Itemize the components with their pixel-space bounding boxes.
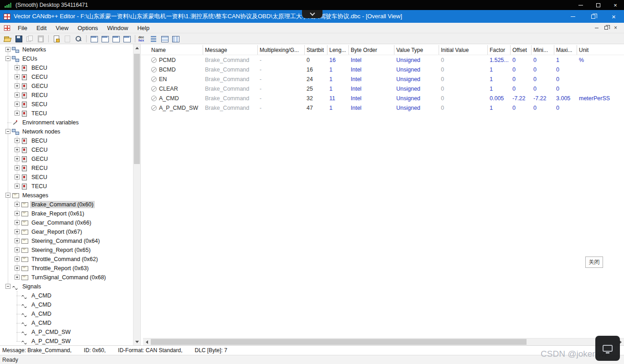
tree-item[interactable]: Networks — [0, 45, 133, 54]
tree-item[interactable]: A_P_CMD_SW — [0, 337, 133, 345]
mdi-restore-button[interactable] — [601, 24, 611, 32]
tree-item[interactable]: ECUs — [0, 54, 133, 63]
table-row[interactable]: PCMDBrake_Command-016IntelUnsigned01.525… — [141, 55, 624, 65]
tree-item[interactable]: TECU — [0, 109, 133, 118]
remote-maximize-button[interactable] — [589, 0, 607, 10]
tree-item[interactable]: Network nodes — [0, 127, 133, 136]
collapse-expander[interactable] — [5, 193, 10, 198]
tree-item[interactable]: Gear_Report (0x67) — [0, 227, 133, 236]
menu-options[interactable]: Options — [73, 23, 102, 33]
scroll-left-button[interactable] — [143, 338, 150, 345]
column-header-byte_order[interactable]: Byte Order — [349, 45, 394, 55]
tree-item[interactable]: Messages — [0, 191, 133, 200]
expand-expander[interactable] — [15, 147, 20, 152]
tree-vertical-scrollbar[interactable] — [133, 44, 140, 345]
remote-minimize-button[interactable] — [572, 0, 589, 10]
expand-expander[interactable] — [15, 83, 20, 88]
window-tile-vertical-button[interactable] — [170, 34, 181, 43]
tree-item[interactable]: CECU — [0, 145, 133, 154]
table-row[interactable]: BCMDBrake_Command-161IntelUnsigned01000 — [141, 65, 624, 74]
tree-item[interactable]: GECU — [0, 154, 133, 164]
tree-item[interactable]: BECU — [0, 136, 133, 145]
expand-expander[interactable] — [15, 111, 20, 116]
close-floating-button[interactable]: 关闭 — [585, 256, 603, 268]
app-restore-button[interactable] — [583, 10, 604, 23]
tree-item[interactable]: TurnSignal_Command (0x68) — [0, 273, 133, 282]
edit-object-button[interactable] — [62, 34, 73, 43]
paste-button[interactable] — [35, 34, 46, 43]
column-header-startbit[interactable]: Startbit — [305, 45, 327, 55]
menu-help[interactable]: Help — [133, 23, 154, 33]
scrollbar-thumb[interactable] — [134, 54, 140, 164]
scroll-up-button[interactable] — [133, 44, 141, 51]
remote-toolbar-pull-tab[interactable] — [302, 10, 322, 18]
expand-expander[interactable] — [15, 211, 20, 216]
tree-item[interactable]: Brake_Command (0x60) — [0, 200, 133, 209]
expand-expander[interactable] — [15, 266, 20, 271]
expand-expander[interactable] — [15, 275, 20, 280]
expand-expander[interactable] — [15, 74, 20, 79]
table-row[interactable]: ENBrake_Command-241IntelUnsigned01000 — [141, 74, 624, 84]
expand-expander[interactable] — [15, 256, 20, 261]
new-object-button[interactable] — [51, 34, 62, 43]
remote-close-button[interactable]: × — [607, 0, 624, 10]
tree-item[interactable]: BECU — [0, 63, 133, 72]
window-cascade-button[interactable] — [148, 34, 159, 43]
view-messages-button[interactable] — [111, 34, 122, 43]
tree-item[interactable]: TECU — [0, 182, 133, 191]
column-header-mux[interactable]: Multiplexing/G... — [258, 45, 305, 55]
tree-item[interactable]: RECU — [0, 164, 133, 173]
column-header-initial_value[interactable]: Initial Value — [439, 45, 488, 55]
expand-expander[interactable] — [15, 184, 20, 189]
expand-expander[interactable] — [15, 174, 20, 179]
mdi-minimize-button[interactable] — [592, 24, 601, 32]
tree-item[interactable]: Brake_Report (0x61) — [0, 209, 133, 218]
expand-expander[interactable] — [15, 92, 20, 97]
tree-item[interactable]: Steering_Command (0x64) — [0, 236, 133, 246]
scroll-down-button[interactable] — [133, 338, 141, 345]
tree-item[interactable]: CECU — [0, 72, 133, 82]
tree-item[interactable]: A_CMD — [0, 318, 133, 328]
menu-file[interactable]: File — [13, 23, 32, 33]
tree-item[interactable]: SECU — [0, 100, 133, 109]
expand-expander[interactable] — [15, 220, 20, 225]
collapse-expander[interactable] — [5, 129, 10, 134]
column-header-name[interactable]: Name — [149, 45, 203, 55]
dec-hex-toggle-button[interactable]: dechex — [138, 34, 148, 43]
menu-view[interactable]: View — [51, 23, 73, 33]
tree-item[interactable]: Throttle_Command (0x62) — [0, 255, 133, 264]
column-header-message[interactable]: Message — [203, 45, 258, 55]
view-signals-button[interactable] — [122, 34, 133, 43]
tree-item[interactable]: Signals — [0, 282, 133, 291]
menu-edit[interactable]: Edit — [32, 23, 51, 33]
tree-item[interactable]: A_P_CMD_SW — [0, 328, 133, 337]
window-tile-horizontal-button[interactable] — [159, 34, 170, 43]
column-header-min[interactable]: Mini... — [532, 45, 554, 55]
table-horizontal-scrollbar[interactable] — [143, 338, 624, 345]
app-close-button[interactable]: × — [604, 10, 624, 23]
tree-item[interactable]: Environment variables — [0, 118, 133, 127]
collapse-expander[interactable] — [5, 56, 10, 61]
remote-assist-widget[interactable] — [595, 336, 620, 361]
expand-expander[interactable] — [15, 156, 20, 161]
view-networks-button[interactable] — [89, 34, 100, 43]
tree-item[interactable]: Steering_Report (0x65) — [0, 246, 133, 255]
menu-window[interactable]: Window — [102, 23, 133, 33]
view-ecus-button[interactable] — [100, 34, 111, 43]
expand-expander[interactable] — [5, 47, 10, 52]
copy-button[interactable] — [24, 34, 35, 43]
expand-expander[interactable] — [15, 229, 20, 234]
column-header-max[interactable]: Maxi... — [554, 45, 577, 55]
tree-item[interactable]: Throttle_Report (0x63) — [0, 264, 133, 273]
open-button[interactable] — [2, 34, 13, 43]
tree-item[interactable]: A_CMD — [0, 309, 133, 318]
scrollbar-thumb[interactable] — [151, 339, 527, 345]
expand-expander[interactable] — [15, 238, 20, 243]
table-row[interactable]: A_P_CMD_SWBrake_Command-471IntelUnsigned… — [141, 103, 624, 113]
tree-item[interactable]: SECU — [0, 173, 133, 182]
column-header-factor[interactable]: Factor — [488, 45, 511, 55]
app-minimize-button[interactable] — [563, 10, 583, 23]
tree-item[interactable]: GECU — [0, 82, 133, 91]
table-row[interactable]: CLEARBrake_Command-251IntelUnsigned01000 — [141, 84, 624, 93]
expand-expander[interactable] — [15, 247, 20, 252]
